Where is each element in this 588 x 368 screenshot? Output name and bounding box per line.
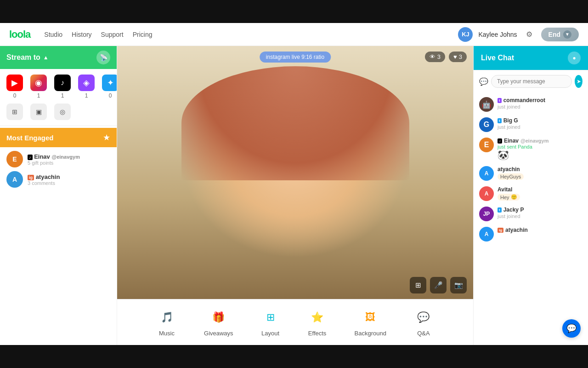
view-count: 👁 3 bbox=[425, 52, 445, 62]
chat-message-6: JP t Jacky P just joined bbox=[479, 207, 582, 221]
left-sidebar: Stream to ▲ 📡 ▶ 0 ◉ 1 ♪ bbox=[0, 46, 117, 345]
toolbar-layout[interactable]: ⊞ Layout bbox=[247, 303, 294, 341]
mute-button[interactable]: 🎤 bbox=[430, 277, 447, 293]
most-engaged-header: Most Engaged ★ bbox=[0, 128, 117, 147]
nav-studio[interactable]: Studio bbox=[44, 31, 62, 38]
gear-icon[interactable]: ⚙ bbox=[523, 28, 536, 41]
platform-tiktok[interactable]: ♪ 1 bbox=[54, 75, 71, 99]
end-button[interactable]: End ▼ bbox=[541, 28, 579, 41]
hair-overlay bbox=[181, 66, 409, 180]
instagram-icon: ◉ bbox=[30, 75, 47, 91]
twitter-icon: ✦ bbox=[102, 75, 117, 91]
live-chat-title: Live Chat bbox=[481, 54, 514, 62]
user-info-einav: ♪ Einav @einavgym 5 gift points bbox=[28, 153, 110, 166]
chat-bubble-button[interactable]: 💬 bbox=[562, 319, 581, 338]
engaged-user-1: E ♪ Einav @einavgym 5 gift points bbox=[6, 151, 110, 167]
camera-button[interactable]: 📷 bbox=[450, 277, 467, 293]
logo-text: loola bbox=[9, 29, 30, 40]
toolbar-qa[interactable]: 💬 Q&A bbox=[400, 303, 447, 341]
chat-username-jackyp: t Jacky P bbox=[498, 207, 582, 213]
chat-content-2: t Big G just joined bbox=[498, 117, 582, 130]
toolbar-background-label: Background bbox=[355, 330, 386, 337]
platforms-row-2: ⊞ ▣ ◎ bbox=[6, 104, 110, 120]
stream-to-header[interactable]: Stream to ▲ 📡 bbox=[0, 46, 117, 69]
extra-platform-3[interactable]: ◎ bbox=[54, 104, 71, 120]
toolbar-qa-label: Q&A bbox=[417, 330, 430, 337]
chat-icon: 💬 bbox=[479, 77, 488, 86]
nav-support[interactable]: Support bbox=[101, 31, 124, 38]
tiktok-icon: ♪ bbox=[54, 75, 71, 91]
avatar: KJ bbox=[458, 27, 473, 42]
youtube-count: 0 bbox=[13, 92, 17, 99]
toolbar-music-label: Music bbox=[159, 330, 175, 337]
avatar-jackyp: JP bbox=[479, 207, 494, 221]
user-name-einav: ♪ Einav @einavgym bbox=[28, 153, 110, 160]
nav-history[interactable]: History bbox=[72, 31, 92, 38]
header-right: KJ Kaylee Johns ⚙ End ▼ bbox=[458, 27, 579, 42]
twitter-badge: t bbox=[498, 118, 502, 123]
chat-messages: 🤖 t commanderroot just joined G bbox=[474, 92, 588, 345]
chat-content-4: atyachin HeyGuys bbox=[498, 166, 582, 180]
avatar-atyachin-2: A bbox=[479, 227, 494, 242]
ig-badge: ig bbox=[498, 228, 503, 233]
tiktok-badge: ♪ bbox=[498, 138, 502, 144]
toolbar-background[interactable]: 🖼 Background bbox=[341, 303, 400, 341]
tiktok-count: 1 bbox=[61, 92, 64, 99]
chat-content-6: t Jacky P just joined bbox=[498, 207, 582, 219]
toolbar-layout-label: Layout bbox=[261, 330, 279, 337]
effects-icon: ⭐ bbox=[308, 308, 327, 327]
eye-icon: 👁 bbox=[430, 53, 435, 60]
user-name: Kaylee Johns bbox=[478, 31, 517, 38]
user-stats-einav: 5 gift points bbox=[28, 160, 110, 166]
twitch-badge: t bbox=[498, 98, 502, 103]
send-button[interactable]: ➤ bbox=[575, 75, 582, 88]
platforms-grid: ▶ 0 ◉ 1 ♪ 1 ◈ 1 bbox=[0, 69, 117, 126]
layout-toggle-button[interactable]: ⊞ bbox=[410, 277, 426, 293]
chat-username-bigg: t Big G bbox=[498, 117, 582, 124]
header: loola Studio History Support Pricing KJ … bbox=[0, 23, 588, 46]
like-count: ♥ 3 bbox=[449, 52, 467, 62]
toolbar-giveaways[interactable]: 🎁 Giveaways bbox=[190, 303, 247, 341]
platform-instagram[interactable]: ◉ 1 bbox=[30, 75, 47, 99]
chat-input[interactable] bbox=[491, 75, 572, 88]
platform-twitter[interactable]: ✦ 0 bbox=[102, 75, 117, 99]
engaged-list: E ♪ Einav @einavgym 5 gift points A bbox=[0, 147, 117, 191]
chat-content-1: t commanderroot just joined bbox=[498, 97, 582, 109]
smile-emoji: 🙂 bbox=[511, 194, 517, 200]
toolbar-effects[interactable]: ⭐ Effects bbox=[294, 303, 341, 341]
toolbar-music[interactable]: 🎵 Music bbox=[143, 303, 190, 341]
chat-message-1: 🤖 t commanderroot just joined bbox=[479, 97, 582, 112]
chat-username-atyachin1: atyachin bbox=[498, 166, 582, 172]
live-indicator: ● bbox=[568, 52, 581, 64]
qa-icon: 💬 bbox=[414, 308, 433, 327]
video-container: instagram live 9:16 ratio 👁 3 ♥ 3 ⊞ 🎤 � bbox=[117, 46, 473, 299]
most-engaged-title: Most Engaged bbox=[6, 134, 54, 142]
video-stats: 👁 3 ♥ 3 bbox=[425, 52, 467, 62]
wifi-icon: 📡 bbox=[96, 51, 110, 64]
twitter-count: 0 bbox=[109, 92, 112, 99]
avatar-commanderroot: 🤖 bbox=[479, 97, 494, 112]
platforms-row-1: ▶ 0 ◉ 1 ♪ 1 ◈ 1 bbox=[6, 75, 110, 99]
extra-platform-2[interactable]: ▣ bbox=[30, 104, 47, 120]
video-background bbox=[117, 46, 473, 299]
giveaways-icon: 🎁 bbox=[209, 308, 228, 327]
engaged-user-2: A ig atyachin 3 comments bbox=[6, 171, 110, 188]
heart-icon: ♥ bbox=[453, 53, 457, 60]
nav-pricing[interactable]: Pricing bbox=[133, 31, 153, 38]
twitter-badge-2: t bbox=[498, 207, 502, 213]
platform-twitch[interactable]: ◈ 1 bbox=[78, 75, 95, 99]
bottom-toolbar: 🎵 Music 🎁 Giveaways ⊞ Layout ⭐ Effects 🖼 bbox=[117, 299, 473, 345]
avatar-atyachin: A bbox=[479, 166, 494, 181]
chat-username-avital: Avital bbox=[498, 186, 582, 193]
avatar-bigg: G bbox=[479, 117, 494, 132]
user-stats-atyachin: 3 comments bbox=[28, 180, 110, 186]
chevron-up-icon: ▲ bbox=[43, 54, 49, 61]
main-content: Stream to ▲ 📡 ▶ 0 ◉ 1 ♪ bbox=[0, 46, 588, 345]
panda-emoji: 🐼 bbox=[498, 150, 582, 161]
extra-platform-1[interactable]: ⊞ bbox=[6, 104, 23, 120]
chat-content-5: Avital Hey 🙂 bbox=[498, 186, 582, 201]
star-icon: ★ bbox=[103, 132, 110, 143]
user-name-atyachin: ig atyachin bbox=[28, 173, 110, 180]
user-pic-atyachin: A bbox=[6, 171, 23, 188]
platform-youtube[interactable]: ▶ 0 bbox=[6, 75, 23, 99]
